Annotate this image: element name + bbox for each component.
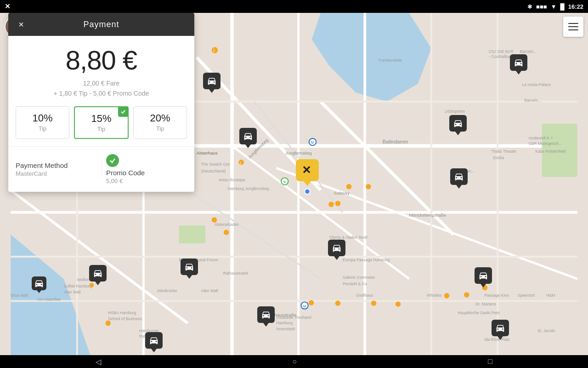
svg-point-95 [464, 292, 469, 298]
back-button[interactable]: ◁ [96, 357, 101, 366]
svg-point-94 [444, 293, 450, 299]
svg-text:Hamburg: Hamburg [276, 321, 293, 326]
tip-20-button[interactable]: 20% Tip [133, 106, 187, 139]
hamburger-line [568, 29, 578, 30]
taxi-marker [181, 259, 198, 279]
svg-point-93 [335, 201, 341, 207]
wifi-icon: ▼ [551, 3, 557, 10]
payment-panel: × Payment 8,80 € 12,00 € Fare + 1,80 € T… [8, 13, 194, 192]
recent-button[interactable]: □ [488, 357, 492, 366]
payment-method-section[interactable]: Payment Method MasterCard Promo Code 5,0… [8, 146, 194, 192]
svg-text:Alter Wall: Alter Wall [64, 290, 81, 294]
status-time: 16:22 [568, 3, 583, 10]
promo-code-value: 5,00 € [106, 178, 123, 184]
tip-10-button[interactable]: 10% Tip [16, 106, 69, 139]
svg-text:Passage Kino: Passage Kino [484, 293, 509, 298]
svg-text:Persiehl & Co: Persiehl & Co [343, 282, 367, 286]
svg-text:modewelt K +: modewelt K + [529, 136, 553, 140]
svg-text:14Dioptrien: 14Dioptrien [445, 109, 465, 114]
svg-text:i: i [214, 48, 215, 53]
svg-text:(Deutschland): (Deutschland) [201, 169, 226, 173]
section-divider [101, 160, 102, 178]
bottom-nav: ◁ ○ □ [0, 355, 588, 368]
close-button[interactable]: × [15, 18, 28, 31]
taxi-marker [510, 54, 527, 75]
svg-text:Ballindamm: Ballindamm [383, 139, 408, 144]
svg-text:Elisa Wall: Elisa Wall [11, 293, 28, 298]
svg-text:The Swatch Grp: The Swatch Grp [201, 162, 230, 167]
payment-method-left: Payment Method MasterCard [16, 161, 96, 177]
taxi-marker [492, 320, 509, 340]
svg-text:St. Jacobi: St. Jacobi [537, 328, 555, 333]
svg-point-89 [212, 217, 217, 223]
selected-checkmark [118, 107, 128, 117]
taxi-marker [450, 168, 468, 189]
svg-point-85 [212, 47, 218, 53]
svg-text:Alsterhaus: Alsterhaus [197, 150, 218, 155]
svg-text:Mönckebergstraße: Mönckebergstraße [409, 213, 446, 218]
svg-point-99 [335, 300, 341, 306]
svg-text:Grellhaus: Grellhaus [356, 293, 373, 298]
panel-title: Payment [83, 20, 119, 29]
close-app-icon[interactable]: ✕ [5, 2, 11, 11]
svg-text:Hauptkirche Sankt Petri: Hauptkirche Sankt Petri [458, 310, 500, 315]
svg-text:i: i [240, 161, 241, 165]
svg-text:HSBA Hamburg: HSBA Hamburg [108, 310, 136, 315]
hamburger-line [568, 23, 578, 24]
svg-point-105 [305, 189, 310, 195]
svg-point-91 [346, 184, 352, 190]
svg-point-98 [371, 300, 377, 306]
price-section: 8,80 € 12,00 € Fare + 1,80 € Tip - 5,00 … [8, 36, 194, 106]
svg-text:✕: ✕ [302, 164, 311, 176]
payment-method-label: Payment Method [16, 161, 96, 169]
taxi-marker [30, 276, 48, 297]
taxi-marker [257, 306, 275, 327]
svg-text:Barcelo...: Barcelo... [524, 98, 541, 103]
tip-section: 10% Tip 15% Tip 20% Tip [8, 106, 194, 146]
svg-rect-23 [179, 226, 205, 244]
promo-code-right: Promo Code 5,00 € [106, 154, 187, 184]
fare-detail: 12,00 € Fare + 1,80 € Tip - 5,00 € Promo… [17, 78, 185, 99]
svg-text:Trachtendiele: Trachtendiele [378, 58, 402, 63]
svg-text:Thalia Theater: Thalia Theater [491, 149, 517, 154]
svg-text:Kabs PolsterWelt: Kabs PolsterWelt [535, 149, 566, 154]
svg-text:Dr. Martens: Dr. Martens [475, 302, 496, 306]
svg-text:H&M: H&M [546, 293, 555, 298]
svg-point-87 [239, 160, 244, 165]
svg-text:- Cocktailbar: - Cocktailbar [489, 54, 511, 59]
hamburger-line [568, 26, 578, 27]
svg-text:U: U [311, 140, 314, 144]
battery-icon: █ [560, 3, 565, 10]
taxi-marker [145, 332, 163, 352]
svg-text:Am Alsterflee: Am Alsterflee [37, 297, 61, 302]
svg-text:Hamburg Jungfernstieg: Hamburg Jungfernstieg [227, 186, 269, 191]
hamburger-menu-button[interactable] [563, 17, 583, 37]
taxi-marker [328, 240, 345, 260]
panel-header: × Payment [8, 13, 194, 36]
svg-text:La moda Palace: La moda Palace [522, 82, 551, 87]
taxi-marker [89, 265, 107, 285]
promo-checkmark [106, 154, 119, 167]
my-location-marker: ✕ [296, 159, 319, 186]
svg-point-97 [396, 301, 401, 307]
promo-code-label: Promo Code [106, 169, 145, 177]
taxi-marker [449, 115, 467, 135]
home-button[interactable]: ○ [292, 357, 297, 366]
taxi-marker [203, 73, 220, 93]
svg-text:Rathausmarkt: Rathausmarkt [223, 271, 248, 276]
svg-point-90 [328, 202, 334, 207]
svg-text:GbR Modegesch...: GbR Modegesch... [529, 141, 562, 146]
svg-text:Emilia: Emilia [493, 155, 504, 160]
svg-text:CIU' DIE BAR: CIU' DIE BAR [489, 49, 514, 54]
svg-text:S: S [283, 180, 286, 184]
bluetooth-icon: ✱ [527, 3, 532, 10]
svg-point-100 [309, 300, 314, 305]
tip-15-button[interactable]: 15% Tip [74, 106, 129, 139]
svg-text:Jobsbrücke: Jobsbrücke [157, 288, 177, 293]
svg-text:Barcelo...: Barcelo... [520, 49, 537, 54]
svg-text:Jungfernstieg: Jungfernstieg [285, 150, 312, 155]
svg-point-92 [366, 184, 371, 190]
payment-method-value: MasterCard [16, 170, 96, 177]
svg-text:Subway: Subway [334, 190, 350, 196]
svg-text:resso Boutique: resso Boutique [219, 178, 245, 182]
